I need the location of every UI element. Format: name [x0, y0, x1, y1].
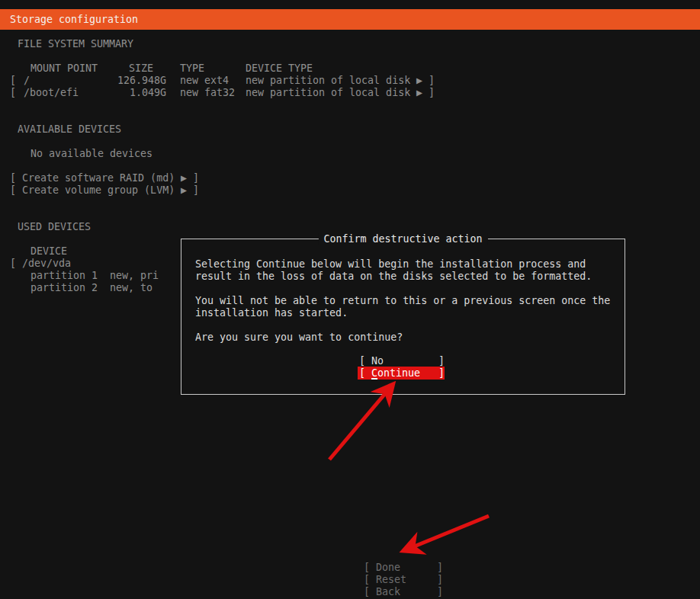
expand-icon: ▶ [181, 184, 187, 197]
expand-icon: ▶ [181, 172, 187, 184]
dialog-question: Are you sure you want to continue? [195, 332, 403, 344]
partition-row-2: partition 2 new, to [31, 282, 153, 294]
expand-icon: ▶ [416, 75, 422, 87]
screen-title: Storage configuration [10, 14, 138, 26]
bracket-close: ] [193, 184, 199, 197]
row-bracket-open: [ [10, 87, 16, 99]
create-lvm-label: [ Create volume group (LVM) [10, 184, 181, 197]
filesystem-summary-heading: FILE SYSTEM SUMMARY [18, 38, 133, 50]
continue-button-rest: ontinue ] [377, 367, 445, 379]
row-bracket-open: [ [10, 75, 16, 87]
continue-button[interactable]: [ Continue ] [358, 367, 445, 380]
col-header-device: DEVICE [31, 245, 67, 258]
device-type-cell: new partition of local disk [246, 75, 410, 87]
dialog-title: Confirm destructive action [318, 233, 487, 245]
confirm-destructive-action-dialog: Confirm destructive action Selecting Con… [181, 239, 625, 395]
continue-button-prefix: [ [359, 367, 371, 379]
dialog-body-line: Selecting Continue below will begin the … [195, 258, 586, 271]
done-button[interactable]: [ Done ] [364, 562, 443, 574]
size-cell: 1.049G [99, 87, 166, 99]
mount-point-cell: /boot/efi [24, 87, 79, 99]
used-devices-heading: USED DEVICES [18, 221, 91, 233]
no-button[interactable]: [ No ] [359, 355, 445, 367]
type-cell: new ext4 [180, 75, 229, 87]
installer-screen: Storage configuration FILE SYSTEM SUMMAR… [0, 0, 700, 599]
col-header-device-type: DEVICE TYPE [246, 62, 313, 75]
row-bracket-close: ] [429, 87, 435, 99]
expand-icon: ▶ [416, 87, 422, 99]
type-cell: new fat32 [180, 87, 235, 99]
annotation-arrow-done [405, 516, 489, 550]
size-cell: 126.948G [99, 75, 166, 87]
row-bracket-close: ] [429, 75, 435, 87]
create-raid-label: [ Create software RAID (md) [10, 172, 181, 184]
no-available-devices-text: No available devices [31, 148, 153, 160]
dialog-body-line: result in the loss of data on the disks … [195, 271, 592, 283]
dialog-body-line: You will not be able to return to this o… [195, 295, 610, 307]
col-header-size: SIZE [129, 62, 153, 75]
col-header-mount-point: MOUNT POINT [31, 62, 98, 75]
app-title-bar: Storage configuration [0, 9, 700, 30]
col-header-type: TYPE [180, 62, 204, 75]
device-row-dev-vda[interactable]: [ /dev/vda [10, 258, 71, 270]
dialog-body-line: installation has started. [195, 307, 348, 319]
bracket-close: ] [193, 172, 199, 184]
available-devices-heading: AVAILABLE DEVICES [18, 123, 121, 136]
annotation-arrow-continue [329, 386, 392, 460]
continue-button-accelerator: C [371, 367, 377, 379]
back-button[interactable]: [ Back ] [364, 586, 443, 598]
device-type-cell: new partition of local disk [246, 87, 410, 99]
mount-point-cell: / [24, 75, 30, 87]
reset-button[interactable]: [ Reset ] [364, 574, 443, 586]
partition-row-1: partition 1 new, pri [31, 270, 159, 282]
